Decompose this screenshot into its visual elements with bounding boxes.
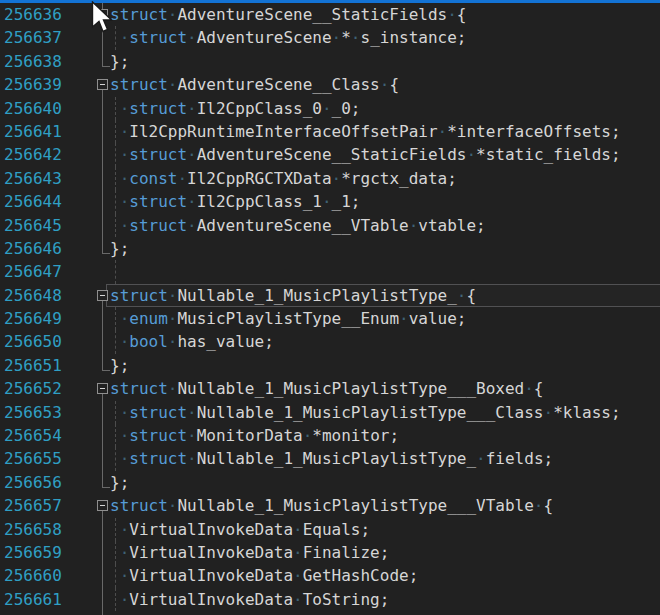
code-line[interactable]: 256656};: [0, 471, 660, 494]
code-line[interactable]: 256643 ·const·Il2CppRGCTXData·*rgctx_dat…: [0, 167, 660, 190]
code-text: ·VirtualInvokeData·GetHashCode;: [110, 564, 660, 587]
fold-collapse-toggle[interactable]: [97, 383, 108, 394]
line-number[interactable]: 256660: [4, 564, 62, 587]
line-number[interactable]: 256661: [4, 588, 62, 611]
code-line[interactable]: 256660 ·VirtualInvokeData·GetHashCode;: [0, 564, 660, 587]
code-text: ·struct·Il2CppClass_0·_0;: [110, 97, 660, 120]
code-text: ·Il2CppRuntimeInterfaceOffsetPair·*inter…: [110, 120, 660, 143]
code-line[interactable]: 256650 ·bool·has_value;: [0, 330, 660, 353]
code-line[interactable]: };: [0, 611, 660, 615]
line-number[interactable]: 256641: [4, 120, 62, 143]
fold-collapse-toggle[interactable]: [97, 290, 108, 301]
code-line[interactable]: 256651};: [0, 354, 660, 377]
line-number[interactable]: 256655: [4, 447, 62, 470]
fold-collapse-toggle[interactable]: [97, 79, 108, 90]
code-line[interactable]: 256638};: [0, 50, 660, 73]
line-number[interactable]: 256648: [4, 284, 62, 307]
line-number[interactable]: 256643: [4, 167, 62, 190]
code-line[interactable]: 256657struct·Nullable_1_MusicPlaylistTyp…: [0, 494, 660, 517]
code-text: ·struct·AdventureScene·*·s_instance;: [110, 26, 660, 49]
code-text: struct·Nullable_1_MusicPlaylistType___VT…: [110, 494, 660, 517]
code-line[interactable]: 256652struct·Nullable_1_MusicPlaylistTyp…: [0, 377, 660, 400]
code-text: };: [110, 471, 660, 494]
line-number[interactable]: 256651: [4, 354, 62, 377]
line-number[interactable]: 256636: [4, 3, 62, 26]
line-number[interactable]: 256657: [4, 494, 62, 517]
code-line[interactable]: 256639struct·AdventureScene__Class·{: [0, 73, 660, 96]
current-line-highlight: [106, 284, 660, 307]
code-lines-container[interactable]: 256636struct·AdventureScene__StaticField…: [0, 3, 660, 615]
code-text: };: [110, 611, 660, 615]
code-line[interactable]: 256647: [0, 260, 660, 283]
line-number[interactable]: 256658: [4, 518, 62, 541]
code-line[interactable]: 256659 ·VirtualInvokeData·Finalize;: [0, 541, 660, 564]
code-text: ·struct·MonitorData·*monitor;: [110, 424, 660, 447]
line-number[interactable]: 256640: [4, 97, 62, 120]
code-text: ·struct·AdventureScene__StaticFields·*st…: [110, 143, 660, 166]
line-number[interactable]: 256654: [4, 424, 62, 447]
code-text: struct·AdventureScene__StaticFields·{: [110, 3, 660, 26]
code-text: struct·AdventureScene__Class·{: [110, 73, 660, 96]
line-number[interactable]: 256650: [4, 330, 62, 353]
line-number[interactable]: 256659: [4, 541, 62, 564]
code-text: };: [110, 50, 660, 73]
code-line[interactable]: 256640 ·struct·Il2CppClass_0·_0;: [0, 97, 660, 120]
code-text: ·bool·has_value;: [110, 330, 660, 353]
code-line[interactable]: 256646};: [0, 237, 660, 260]
code-line[interactable]: 256654 ·struct·MonitorData·*monitor;: [0, 424, 660, 447]
code-text: ·VirtualInvokeData·Finalize;: [110, 541, 660, 564]
code-text: struct·Nullable_1_MusicPlaylistType___Bo…: [110, 377, 660, 400]
code-text: ·VirtualInvokeData·Equals;: [110, 518, 660, 541]
line-number[interactable]: 256644: [4, 190, 62, 213]
line-number[interactable]: 256639: [4, 73, 62, 96]
code-line[interactable]: 256645 ·struct·AdventureScene__VTable·vt…: [0, 214, 660, 237]
code-text: ·struct·Nullable_1_MusicPlaylistType___C…: [110, 401, 660, 424]
code-line[interactable]: 256653 ·struct·Nullable_1_MusicPlaylistT…: [0, 401, 660, 424]
line-number[interactable]: 256642: [4, 143, 62, 166]
fold-collapse-toggle[interactable]: [97, 500, 108, 511]
code-line[interactable]: 256655 ·struct·Nullable_1_MusicPlaylistT…: [0, 447, 660, 470]
code-text: ·const·Il2CppRGCTXData·*rgctx_data;: [110, 167, 660, 190]
code-text: };: [110, 237, 660, 260]
code-line[interactable]: 256661 ·VirtualInvokeData·ToString;: [0, 588, 660, 611]
code-text: };: [110, 354, 660, 377]
line-number[interactable]: 256638: [4, 50, 62, 73]
line-number[interactable]: 256656: [4, 471, 62, 494]
code-text: ·enum·MusicPlaylistType__Enum·value;: [110, 307, 660, 330]
code-text: ·VirtualInvokeData·ToString;: [110, 588, 660, 611]
line-number[interactable]: 256649: [4, 307, 62, 330]
code-line[interactable]: 256648struct·Nullable_1_MusicPlaylistTyp…: [0, 284, 660, 307]
line-number[interactable]: 256646: [4, 237, 62, 260]
code-text: ·struct·Nullable_1_MusicPlaylistType_·fi…: [110, 447, 660, 470]
mouse-cursor-icon: [91, 1, 113, 35]
code-text: ·struct·Il2CppClass_1·_1;: [110, 190, 660, 213]
code-line[interactable]: 256642 ·struct·AdventureScene__StaticFie…: [0, 143, 660, 166]
line-number[interactable]: 256653: [4, 401, 62, 424]
code-line[interactable]: 256658 ·VirtualInvokeData·Equals;: [0, 518, 660, 541]
line-number[interactable]: 256647: [4, 260, 62, 283]
indent-guide: [115, 260, 116, 283]
line-number[interactable]: 256637: [4, 26, 62, 49]
line-number[interactable]: 256652: [4, 377, 62, 400]
code-line[interactable]: 256641 ·Il2CppRuntimeInterfaceOffsetPair…: [0, 120, 660, 143]
code-line[interactable]: 256644 ·struct·Il2CppClass_1·_1;: [0, 190, 660, 213]
line-number[interactable]: 256645: [4, 214, 62, 237]
code-editor: 256636struct·AdventureScene__StaticField…: [0, 0, 660, 615]
code-line[interactable]: 256649 ·enum·MusicPlaylistType__Enum·val…: [0, 307, 660, 330]
code-text: ·struct·AdventureScene__VTable·vtable;: [110, 214, 660, 237]
